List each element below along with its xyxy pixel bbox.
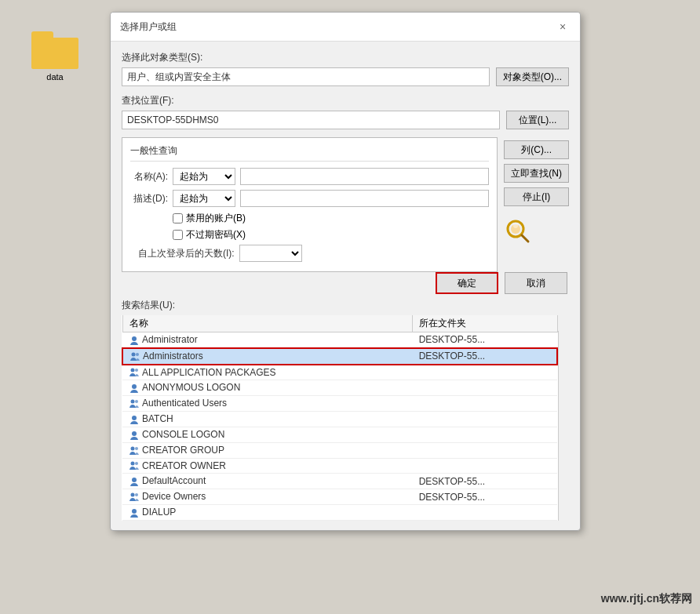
result-name-cell: Device Owners bbox=[122, 489, 413, 505]
table-row[interactable]: ALL APPLICATION PACKAGES bbox=[122, 365, 557, 380]
close-dialog-button[interactable]: × bbox=[555, 19, 571, 35]
disabled-account-checkbox[interactable] bbox=[173, 213, 183, 223]
name-text-input[interactable] bbox=[240, 168, 489, 185]
col-name-header: 名称 bbox=[122, 315, 413, 332]
search-now-button[interactable]: 立即查找(N) bbox=[504, 164, 569, 183]
days-row: 自上次登录后的天数(I): bbox=[130, 245, 489, 262]
table-row[interactable]: BATCH bbox=[122, 412, 557, 427]
col-folder-header: 所在文件夹 bbox=[413, 315, 557, 332]
folder-shape bbox=[31, 31, 78, 69]
svg-point-17 bbox=[135, 462, 138, 465]
result-folder-cell bbox=[413, 412, 557, 427]
confirm-cancel-row: 确定 取消 bbox=[122, 272, 569, 294]
result-name-cell: Administrator bbox=[122, 332, 413, 348]
svg-point-3 bbox=[513, 223, 518, 228]
desc-query-row: 描述(D): 起始为 bbox=[130, 190, 489, 207]
result-folder-cell: DESKTOP-55... bbox=[413, 489, 557, 505]
result-name-cell: CREATOR GROUP bbox=[122, 442, 413, 458]
svg-point-13 bbox=[132, 431, 137, 436]
result-folder-cell bbox=[413, 505, 557, 521]
svg-line-2 bbox=[522, 235, 528, 242]
results-table: 名称 所在文件夹 AdministratorDESKTOP-55... Admi… bbox=[122, 315, 558, 521]
name-field-label: 名称(A): bbox=[130, 170, 168, 183]
columns-button[interactable]: 列(C)... bbox=[504, 140, 569, 159]
object-type-button[interactable]: 对象类型(O)... bbox=[496, 67, 569, 86]
svg-point-18 bbox=[132, 478, 137, 482]
result-folder-cell: DESKTOP-55... bbox=[413, 474, 557, 489]
result-name-cell: DIALUP bbox=[122, 505, 413, 521]
location-row: 位置(L)... bbox=[122, 111, 569, 129]
table-row[interactable]: DIALUP bbox=[122, 505, 557, 521]
svg-point-20 bbox=[135, 493, 138, 496]
dialog-title: 选择用户或组 bbox=[120, 20, 177, 34]
desc-text-input[interactable] bbox=[240, 190, 489, 207]
query-buttons-area: 列(C)... 立即查找(N) 停止(I) bbox=[504, 137, 569, 272]
scrollbar[interactable] bbox=[558, 331, 569, 521]
svg-point-8 bbox=[135, 369, 138, 372]
result-name-cell: ANONYMOUS LOGON bbox=[122, 380, 413, 396]
stop-button[interactable]: 停止(I) bbox=[504, 187, 569, 206]
table-row[interactable]: AdministratorDESKTOP-55... bbox=[122, 332, 557, 348]
desc-starts-select[interactable]: 起始为 bbox=[173, 190, 235, 207]
search-results-label: 搜索结果(U): bbox=[122, 299, 569, 312]
table-row[interactable]: CREATOR OWNER bbox=[122, 458, 557, 474]
location-button[interactable]: 位置(L)... bbox=[506, 111, 569, 129]
result-name-cell: Administrators bbox=[122, 348, 413, 365]
name-query-row: 名称(A): 起始为 bbox=[130, 168, 489, 185]
query-tab-label: 一般性查询 bbox=[130, 144, 489, 162]
table-row[interactable]: CONSOLE LOGON bbox=[122, 427, 557, 442]
table-row[interactable]: Device OwnersDESKTOP-55... bbox=[122, 489, 557, 505]
table-row[interactable]: DefaultAccountDESKTOP-55... bbox=[122, 474, 557, 489]
result-name-cell: CREATOR OWNER bbox=[122, 458, 413, 474]
table-row[interactable]: ANONYMOUS LOGON bbox=[122, 380, 557, 396]
result-folder-cell bbox=[413, 458, 557, 474]
disabled-account-row: 禁用的账户(B) bbox=[173, 212, 489, 225]
svg-point-21 bbox=[132, 509, 137, 514]
table-row[interactable]: AdministratorsDESKTOP-55... bbox=[122, 348, 557, 365]
table-row[interactable]: CREATOR GROUP bbox=[122, 442, 557, 458]
location-input[interactable] bbox=[122, 111, 500, 129]
result-name-cell: Authenticated Users bbox=[122, 396, 413, 412]
object-type-row: 对象类型(O)... bbox=[122, 67, 569, 86]
svg-point-16 bbox=[131, 462, 135, 466]
object-type-input[interactable] bbox=[122, 67, 490, 86]
result-folder-cell bbox=[413, 365, 557, 380]
svg-point-5 bbox=[132, 352, 136, 356]
svg-point-19 bbox=[131, 493, 135, 497]
svg-point-11 bbox=[135, 400, 138, 403]
folder-icon-area[interactable]: data bbox=[24, 31, 86, 82]
result-name-cell: BATCH bbox=[122, 412, 413, 427]
watermark: www.rjtj.cn软荐网 bbox=[601, 592, 692, 606]
svg-point-6 bbox=[136, 353, 139, 356]
search-magnifier-icon bbox=[504, 217, 532, 245]
result-folder-cell: DESKTOP-55... bbox=[413, 348, 557, 365]
dialog-titlebar: 选择用户或组 × bbox=[111, 13, 580, 42]
svg-point-15 bbox=[135, 447, 138, 450]
result-name-cell: CONSOLE LOGON bbox=[122, 427, 413, 442]
ok-button[interactable]: 确定 bbox=[436, 272, 498, 294]
results-wrapper: 名称 所在文件夹 AdministratorDESKTOP-55... Admi… bbox=[122, 315, 569, 521]
no-expire-row: 不过期密码(X) bbox=[173, 228, 489, 242]
svg-point-10 bbox=[131, 400, 135, 404]
result-folder-cell: DESKTOP-55... bbox=[413, 332, 557, 348]
svg-point-14 bbox=[131, 446, 135, 450]
folder-label: data bbox=[46, 72, 63, 82]
desc-field-label: 描述(D): bbox=[130, 192, 168, 205]
select-user-dialog: 选择用户或组 × 选择此对象类型(S): 对象类型(O)... 查找位置(F):… bbox=[110, 12, 581, 531]
svg-point-4 bbox=[132, 336, 137, 341]
cancel-button[interactable]: 取消 bbox=[505, 272, 567, 294]
svg-point-9 bbox=[132, 384, 137, 389]
no-expire-checkbox[interactable] bbox=[173, 230, 183, 240]
desktop: data 选择用户或组 × 选择此对象类型(S): 对象类型(O)... 查找位… bbox=[0, 0, 700, 614]
table-row[interactable]: Authenticated Users bbox=[122, 396, 557, 412]
result-name-cell: ALL APPLICATION PACKAGES bbox=[122, 365, 413, 380]
dialog-body: 选择此对象类型(S): 对象类型(O)... 查找位置(F): 位置(L)...… bbox=[111, 42, 580, 530]
name-starts-select[interactable]: 起始为 bbox=[173, 168, 235, 185]
days-select[interactable] bbox=[239, 245, 302, 262]
location-label: 查找位置(F): bbox=[122, 94, 569, 107]
no-expire-label: 不过期密码(X) bbox=[186, 228, 246, 242]
disabled-account-label: 禁用的账户(B) bbox=[186, 212, 246, 225]
svg-point-12 bbox=[132, 416, 137, 420]
result-folder-cell bbox=[413, 396, 557, 412]
result-folder-cell bbox=[413, 380, 557, 396]
